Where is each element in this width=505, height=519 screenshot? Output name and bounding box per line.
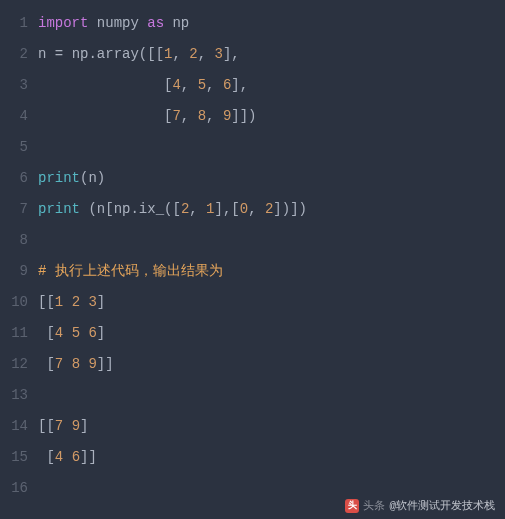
number: 2 [189,46,197,62]
line-number: 13 [0,380,28,411]
number: 5 [198,77,206,93]
dot: . [88,46,96,62]
line-number: 3 [0,70,28,101]
code-line: [7, 8, 9]]) [38,101,505,132]
line-number: 1 [0,8,28,39]
line-number: 7 [0,194,28,225]
code-line: print(n) [38,163,505,194]
code-editor: 1 2 3 4 5 6 7 8 9 10 11 12 13 14 15 16 i… [0,0,505,504]
bracket: ([ [164,201,181,217]
number: 3 [88,294,96,310]
bracket: ] [97,294,105,310]
bracket: ],[ [215,201,240,217]
bracket: ] [80,418,88,434]
number: 4 [55,449,63,465]
arg: n [88,170,96,186]
number: 4 [172,77,180,93]
code-line: n = np.array([[1, 2, 3], [38,39,505,70]
number: 9 [88,356,96,372]
code-line: [[7 9] [38,411,505,442]
code-line-empty [38,380,505,411]
number: 8 [198,108,206,124]
watermark-handle: @软件测试开发技术栈 [389,498,495,513]
function-name: ix_ [139,201,164,217]
line-number: 2 [0,39,28,70]
bracket: [[ [38,418,55,434]
code-line: [[1 2 3] [38,287,505,318]
bracket: ])]) [273,201,307,217]
number: 7 [172,108,180,124]
number: 8 [72,356,80,372]
bracket: [ [46,449,54,465]
code-line: [7 8 9]] [38,349,505,380]
code-line: # 执行上述代码，输出结果为 [38,256,505,287]
alias-name: np [172,15,189,31]
keyword-print: print [38,201,80,217]
line-number: 10 [0,287,28,318]
dot: . [130,201,138,217]
line-number: 12 [0,349,28,380]
bracket: ([[ [139,46,164,62]
number: 5 [72,325,80,341]
line-number: 6 [0,163,28,194]
bracket: [ [46,325,54,341]
comment: # 执行上述代码，输出结果为 [38,263,223,279]
paren: ( [88,201,96,217]
number: 9 [72,418,80,434]
number: 6 [88,325,96,341]
line-number: 14 [0,411,28,442]
line-number: 4 [0,101,28,132]
bracket: ] [97,325,105,341]
line-number: 11 [0,318,28,349]
line-number: 9 [0,256,28,287]
number: 7 [55,356,63,372]
code-line: [4, 5, 6], [38,70,505,101]
number: 2 [72,294,80,310]
line-number: 8 [0,225,28,256]
bracket: ]] [97,356,114,372]
bracket: [ [46,356,54,372]
number: 1 [55,294,63,310]
number: 0 [240,201,248,217]
code-area: import numpy as np n = np.array([[1, 2, … [38,8,505,504]
keyword-print: print [38,170,80,186]
number: 4 [55,325,63,341]
number: 3 [215,46,223,62]
line-number-gutter: 1 2 3 4 5 6 7 8 9 10 11 12 13 14 15 16 [0,8,38,504]
line-number: 5 [0,132,28,163]
paren: ) [97,170,105,186]
number: 6 [72,449,80,465]
bracket: ]]) [231,108,256,124]
keyword-as: as [147,15,164,31]
watermark: 头 头条 @软件测试开发技术栈 [345,498,495,513]
function-name: array [97,46,139,62]
code-line: import numpy as np [38,8,505,39]
bracket: ]] [80,449,97,465]
toutiao-logo-icon: 头 [345,499,359,513]
code-line-empty [38,132,505,163]
line-number: 15 [0,442,28,473]
number: 7 [55,418,63,434]
code-line: [4 5 6] [38,318,505,349]
expr: n[np [97,201,131,217]
bracket: ], [231,77,248,93]
assign-op: = [55,46,63,62]
code-line: [4 6]] [38,442,505,473]
watermark-label: 头条 [363,498,385,513]
code-line-empty [38,225,505,256]
line-number: 16 [0,473,28,504]
number: 1 [206,201,214,217]
object: np [72,46,89,62]
module-name: numpy [97,15,139,31]
code-line: print (n[np.ix_([2, 1],[0, 2])]) [38,194,505,225]
keyword-import: import [38,15,88,31]
bracket: ], [223,46,240,62]
bracket: [[ [38,294,55,310]
